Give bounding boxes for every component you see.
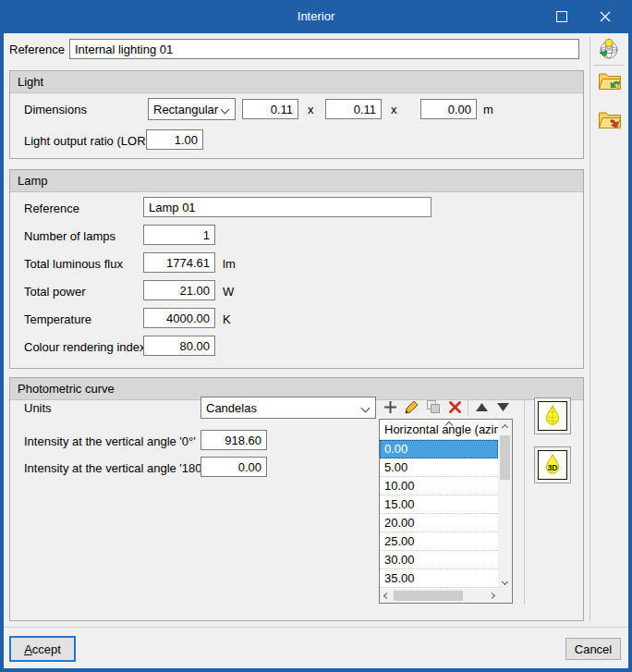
luminous-flux-input[interactable]: 1774.61 bbox=[143, 252, 215, 273]
units-value: Candelas bbox=[206, 401, 257, 415]
list-item[interactable]: 35.00 bbox=[380, 569, 498, 588]
luminous-flux-value: 1774.61 bbox=[166, 256, 210, 270]
scroll-up-button[interactable] bbox=[498, 420, 512, 434]
luminous-flux-label: Total luminous flux bbox=[24, 257, 123, 271]
scroll-right-icon bbox=[488, 593, 494, 599]
add-icon bbox=[383, 400, 397, 414]
dimension-unit: m bbox=[483, 103, 493, 116]
maximize-button[interactable] bbox=[541, 0, 582, 33]
units-label: Units bbox=[24, 401, 52, 415]
move-up-icon bbox=[476, 403, 488, 411]
export-file-button[interactable] bbox=[597, 108, 623, 130]
list-item[interactable]: 20.00 bbox=[380, 514, 498, 532]
total-power-input[interactable]: 21.00 bbox=[143, 280, 215, 300]
copy-icon bbox=[426, 399, 441, 414]
side-toolbar-separator bbox=[589, 37, 590, 621]
dimensions-label: Dimensions bbox=[24, 103, 87, 116]
add-button[interactable] bbox=[381, 397, 399, 416]
scroll-up-icon bbox=[502, 423, 508, 430]
number-of-lamps-label: Number of lamps bbox=[24, 229, 115, 243]
intensity0-input[interactable]: 918.60 bbox=[201, 430, 267, 450]
intensity180-value: 0.00 bbox=[238, 460, 261, 474]
lamp-reference-value: Lamp 01 bbox=[149, 201, 196, 214]
list-item[interactable]: 5.00 bbox=[380, 458, 498, 477]
photometric-solid-button[interactable] bbox=[534, 397, 571, 434]
scroll-right-button[interactable] bbox=[485, 589, 498, 603]
dimension-z-input[interactable]: 0.00 bbox=[420, 99, 477, 119]
scroll-down-button[interactable] bbox=[498, 574, 512, 589]
temperature-input[interactable]: 4000.00 bbox=[143, 308, 215, 328]
dimension-separator: x bbox=[391, 103, 397, 116]
svg-text:3D: 3D bbox=[548, 463, 558, 472]
move-up-button[interactable] bbox=[472, 397, 491, 416]
reference-input[interactable]: Internal lighting 01 bbox=[69, 39, 579, 59]
photometric-3d-icon: 3D bbox=[538, 450, 567, 480]
edit-icon bbox=[405, 399, 419, 414]
dimension-separator: x bbox=[308, 103, 314, 116]
temperature-value: 4000.00 bbox=[166, 312, 210, 325]
list-item[interactable]: 10.00 bbox=[380, 477, 498, 495]
list-column-header[interactable]: Horizontal angle (azimu bbox=[380, 420, 498, 440]
maximize-icon bbox=[556, 11, 567, 22]
luminous-flux-unit: lm bbox=[223, 257, 236, 271]
footer-separator bbox=[4, 627, 628, 628]
dimension-y-input[interactable]: 0.11 bbox=[325, 99, 382, 119]
folder-import-icon bbox=[598, 70, 622, 91]
temperature-unit: K bbox=[223, 312, 231, 326]
cri-input[interactable]: 80.00 bbox=[143, 336, 215, 356]
dimension-y-value: 0.11 bbox=[354, 103, 376, 116]
dimensions-shape-value: Rectangular bbox=[153, 103, 218, 116]
folder-export-icon bbox=[598, 109, 622, 129]
edit-button[interactable] bbox=[403, 397, 421, 416]
cri-label: Colour rendering index bbox=[24, 340, 146, 354]
import-from-web-button[interactable] bbox=[596, 36, 622, 62]
reference-value: Internal lighting 01 bbox=[75, 43, 173, 56]
dimensions-shape-select[interactable]: Rectangular bbox=[148, 98, 236, 120]
dimension-x-value: 0.11 bbox=[271, 103, 293, 116]
import-file-button[interactable] bbox=[597, 69, 623, 92]
scroll-left-icon bbox=[383, 593, 389, 599]
lor-value: 1.00 bbox=[175, 133, 198, 147]
close-icon bbox=[600, 11, 611, 22]
intensity180-label: Intensity at the vertical angle '180°' bbox=[24, 461, 209, 475]
delete-button[interactable] bbox=[445, 397, 464, 416]
scroll-left-button[interactable] bbox=[380, 589, 393, 603]
cri-value: 80.00 bbox=[179, 339, 210, 353]
chevron-down-icon bbox=[361, 403, 371, 412]
dialog-window: Interior Reference Internal lighting 01 … bbox=[0, 0, 632, 672]
horizontal-scrollbar-thumb[interactable] bbox=[394, 591, 463, 601]
horizontal-angle-list: Horizontal angle (azimu 0.00 5.00 10.00 … bbox=[379, 419, 513, 604]
lor-label: Light output ratio (LOR) bbox=[24, 134, 150, 148]
number-of-lamps-value: 1 bbox=[203, 228, 210, 242]
list-item[interactable]: 0.00 bbox=[380, 440, 498, 458]
temperature-label: Temperature bbox=[24, 312, 91, 326]
lor-input[interactable]: 1.00 bbox=[146, 129, 203, 150]
units-select[interactable]: Candelas bbox=[201, 397, 376, 419]
total-power-value: 21.00 bbox=[179, 284, 210, 298]
chevron-down-icon bbox=[221, 104, 230, 114]
close-button[interactable] bbox=[582, 0, 628, 33]
list-item[interactable]: 25.00 bbox=[380, 532, 498, 551]
lamp-reference-label: Reference bbox=[24, 202, 79, 215]
copy-button[interactable] bbox=[424, 397, 443, 416]
photometric-3d-button[interactable]: 3D bbox=[534, 446, 571, 483]
intensity180-input[interactable]: 0.00 bbox=[201, 457, 267, 477]
accept-button[interactable]: Accept bbox=[9, 636, 76, 662]
scrollbar-corner bbox=[498, 589, 512, 603]
vertical-scrollbar-thumb[interactable] bbox=[500, 435, 510, 480]
web-import-icon bbox=[597, 37, 621, 61]
list-item[interactable]: 15.00 bbox=[380, 495, 498, 514]
delete-icon bbox=[448, 400, 462, 414]
toolbar-separator bbox=[468, 398, 468, 415]
panel-separator bbox=[524, 397, 525, 605]
cancel-button[interactable]: Cancel bbox=[565, 638, 621, 660]
number-of-lamps-input[interactable]: 1 bbox=[143, 225, 215, 245]
intensity0-label: Intensity at the vertical angle '0°' bbox=[24, 434, 196, 448]
total-power-unit: W bbox=[223, 285, 234, 299]
photometric-solid-icon bbox=[538, 401, 567, 431]
list-item[interactable]: 30.00 bbox=[380, 551, 498, 569]
dimension-x-input[interactable]: 0.11 bbox=[242, 99, 298, 119]
move-down-button[interactable] bbox=[493, 397, 512, 416]
lamp-reference-input[interactable]: Lamp 01 bbox=[143, 197, 431, 217]
lamp-group-title: Lamp bbox=[10, 170, 583, 192]
